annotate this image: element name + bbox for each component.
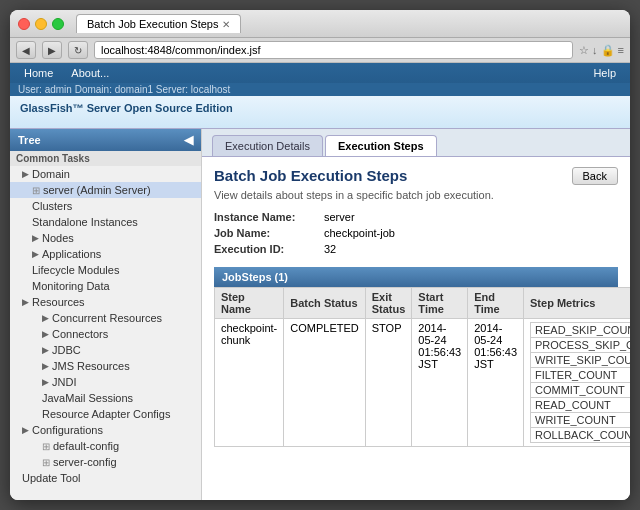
sidebar-item-label: Update Tool xyxy=(22,472,81,484)
sidebar-item-configurations[interactable]: ▶ Configurations xyxy=(10,422,201,438)
sidebar-item-label: Standalone Instances xyxy=(32,216,138,228)
sidebar-item-label: Concurrent Resources xyxy=(52,312,162,324)
sidebar-item-monitoring[interactable]: Monitoring Data xyxy=(10,278,201,294)
sidebar-item-connectors[interactable]: ▶ Connectors xyxy=(10,326,201,342)
sidebar-item-label: JNDI xyxy=(52,376,76,388)
metric-name: FILTER_COUNT xyxy=(531,368,630,383)
metric-row: WRITE_COUNT12 xyxy=(531,413,630,428)
sidebar-header-label: Tree xyxy=(18,134,41,146)
user-info-text: User: admin Domain: domain1 Server: loca… xyxy=(18,84,230,95)
close-button[interactable] xyxy=(18,18,30,30)
sidebar-item-resources[interactable]: ▶ Resources xyxy=(10,294,201,310)
cell-batch-status: COMPLETED xyxy=(284,319,365,447)
minimize-button[interactable] xyxy=(35,18,47,30)
sidebar-item-standalone[interactable]: Standalone Instances xyxy=(10,214,201,230)
sidebar-item-lifecycle[interactable]: Lifecycle Modules xyxy=(10,262,201,278)
sidebar-item-applications[interactable]: ▶ Applications xyxy=(10,246,201,262)
sidebar: Tree ◀ Common Tasks ▶ Domain ⊞ server (A… xyxy=(10,129,202,500)
sidebar-item-jdbc[interactable]: ▶ JDBC xyxy=(10,342,201,358)
app-content: Home About... Help User: admin Domain: d… xyxy=(10,63,630,500)
user-info-bar: User: admin Domain: domain1 Server: loca… xyxy=(10,83,630,96)
sidebar-item-label: Domain xyxy=(32,168,70,180)
back-nav-button[interactable]: ◀ xyxy=(16,41,36,59)
metric-row: READ_SKIP_COUNT0 xyxy=(531,323,630,338)
metric-name: COMMIT_COUNT xyxy=(531,383,630,398)
cell-end-time: 2014-05-24 01:56:43 JST xyxy=(468,319,524,447)
job-steps-table: Step Name Batch Status Exit Status Start… xyxy=(214,287,630,447)
metric-name: WRITE_SKIP_COUNT xyxy=(531,353,630,368)
menu-bar: Home About... Help xyxy=(10,63,630,83)
expand-icon: ▶ xyxy=(32,233,39,243)
cell-step-metrics: READ_SKIP_COUNT0PROCESS_SKIP_COUNT0WRITE… xyxy=(524,319,630,447)
metric-row: WRITE_SKIP_COUNT0 xyxy=(531,353,630,368)
menu-item-help[interactable]: Help xyxy=(585,65,624,81)
expand-icon: ▶ xyxy=(22,425,29,435)
page-subtitle: View details about steps in a specific b… xyxy=(214,189,618,201)
metric-name: READ_COUNT xyxy=(531,398,630,413)
detail-row-job: Job Name: checkpoint-job xyxy=(214,227,618,239)
sidebar-item-clusters[interactable]: Clusters xyxy=(10,198,201,214)
sidebar-item-label: Applications xyxy=(42,248,101,260)
expand-icon: ▶ xyxy=(42,313,49,323)
sidebar-item-label: JMS Resources xyxy=(52,360,130,372)
sidebar-item-jms[interactable]: ▶ JMS Resources xyxy=(10,358,201,374)
menu-item-home[interactable]: Home xyxy=(16,65,61,81)
tab-execution-steps[interactable]: Execution Steps xyxy=(325,135,437,156)
menu-item-about[interactable]: About... xyxy=(63,65,117,81)
content-tab-row: Execution Details Execution Steps xyxy=(202,129,630,157)
tree-section-label: Common Tasks xyxy=(16,153,90,164)
browser-tab[interactable]: Batch Job Execution Steps ✕ xyxy=(76,14,241,33)
col-step-name: Step Name xyxy=(215,288,284,319)
sidebar-item-server-config[interactable]: ⊞ server-config xyxy=(10,454,201,470)
sidebar-item-label: JavaMail Sessions xyxy=(42,392,133,404)
metric-name: READ_SKIP_COUNT xyxy=(531,323,630,338)
metric-row: COMMIT_COUNT3 xyxy=(531,383,630,398)
table-row: checkpoint-chunk COMPLETED STOP 2014-05-… xyxy=(215,319,631,447)
page-title-text: Batch Job Execution Steps xyxy=(214,167,407,184)
detail-row-execution: Execution ID: 32 xyxy=(214,243,618,255)
address-input[interactable] xyxy=(94,41,573,59)
expand-icon: ▶ xyxy=(22,169,29,179)
sidebar-item-update-tool[interactable]: Update Tool xyxy=(10,470,201,486)
metrics-table: READ_SKIP_COUNT0PROCESS_SKIP_COUNT0WRITE… xyxy=(530,322,630,443)
tab-execution-details[interactable]: Execution Details xyxy=(212,135,323,156)
metric-name: WRITE_COUNT xyxy=(531,413,630,428)
sidebar-item-concurrent[interactable]: ▶ Concurrent Resources xyxy=(10,310,201,326)
tab-close-icon[interactable]: ✕ xyxy=(222,19,230,30)
col-start-time: Start Time xyxy=(412,288,468,319)
browser-window: Batch Job Execution Steps ✕ ◀ ▶ ↻ ☆ ↓ 🔒 … xyxy=(10,10,630,500)
sidebar-item-resource-adapter[interactable]: Resource Adapter Configs xyxy=(10,406,201,422)
traffic-lights xyxy=(18,18,64,30)
expand-icon: ▶ xyxy=(32,249,39,259)
sidebar-item-jndi[interactable]: ▶ JNDI xyxy=(10,374,201,390)
sidebar-item-javamail[interactable]: JavaMail Sessions xyxy=(10,390,201,406)
forward-nav-button[interactable]: ▶ xyxy=(42,41,62,59)
back-button[interactable]: Back xyxy=(572,167,618,185)
sidebar-item-nodes[interactable]: ▶ Nodes xyxy=(10,230,201,246)
app-title-text: GlassFish™ Server Open Source Edition xyxy=(20,102,233,114)
refresh-button[interactable]: ↻ xyxy=(68,41,88,59)
sidebar-item-label: server (Admin Server) xyxy=(43,184,151,196)
sidebar-item-server[interactable]: ⊞ server (Admin Server) xyxy=(10,182,201,198)
metric-row: READ_COUNT12 xyxy=(531,398,630,413)
maximize-button[interactable] xyxy=(52,18,64,30)
cell-start-time: 2014-05-24 01:56:43 JST xyxy=(412,319,468,447)
expand-icon: ▶ xyxy=(42,377,49,387)
sidebar-header: Tree ◀ xyxy=(10,129,201,151)
config-icon: ⊞ xyxy=(42,457,50,468)
expand-icon: ▶ xyxy=(42,345,49,355)
detail-row-instance: Instance Name: server xyxy=(214,211,618,223)
sidebar-item-label: server-config xyxy=(53,456,117,468)
job-steps-header: JobSteps (1) xyxy=(214,267,618,287)
config-icon: ⊞ xyxy=(42,441,50,452)
sidebar-item-domain[interactable]: ▶ Domain xyxy=(10,166,201,182)
metric-name: ROLLBACK_COUNT xyxy=(531,428,630,443)
sidebar-item-default-config[interactable]: ⊞ default-config xyxy=(10,438,201,454)
detail-table: Instance Name: server Job Name: checkpoi… xyxy=(214,211,618,255)
sidebar-toggle-icon[interactable]: ◀ xyxy=(184,133,193,147)
sidebar-item-label: Monitoring Data xyxy=(32,280,110,292)
address-bar-row: ◀ ▶ ↻ ☆ ↓ 🔒 ≡ xyxy=(10,38,630,63)
main-area: Tree ◀ Common Tasks ▶ Domain ⊞ server (A… xyxy=(10,129,630,500)
sidebar-item-label: JDBC xyxy=(52,344,81,356)
sidebar-item-label: default-config xyxy=(53,440,119,452)
